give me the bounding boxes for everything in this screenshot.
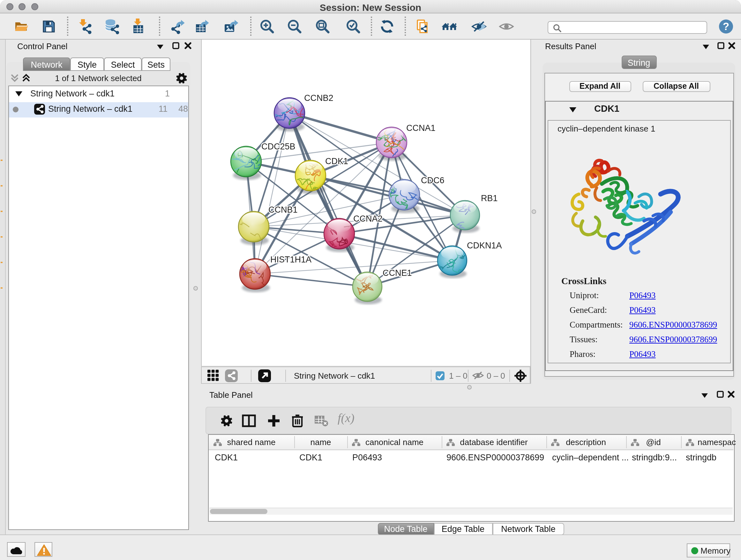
svg-text:HIST1H1A: HIST1H1A <box>270 255 311 264</box>
svg-text:CCNA2: CCNA2 <box>353 214 382 224</box>
svg-text:CCNB1: CCNB1 <box>268 205 297 214</box>
svg-text:CCNE1: CCNE1 <box>382 268 412 278</box>
svg-text:CDK1: CDK1 <box>325 157 348 166</box>
svg-text:CDC6: CDC6 <box>421 176 444 185</box>
svg-text:CDC25B: CDC25B <box>261 142 295 151</box>
svg-text:CDKN1A: CDKN1A <box>467 241 502 250</box>
svg-text:?: ? <box>723 20 729 32</box>
svg-text:CCNB2: CCNB2 <box>304 93 333 103</box>
svg-text:CCNA1: CCNA1 <box>406 123 435 133</box>
svg-text:RB1: RB1 <box>481 193 497 203</box>
